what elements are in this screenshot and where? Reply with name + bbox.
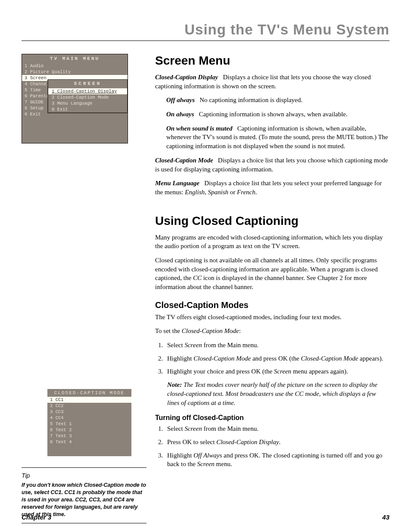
page-footer: Chapter 3 43: [22, 513, 389, 521]
para: Closed captioning is not available on al…: [155, 256, 389, 292]
tip-body: If you don't know which Closed-Caption m…: [22, 482, 146, 518]
cc-menu-item: 6 Text 2: [47, 427, 131, 433]
option-on-always: On always Captioning information is show…: [166, 110, 389, 119]
para: Closed-Caption Mode Displays a choice li…: [155, 156, 389, 174]
page-number: 43: [382, 513, 389, 521]
tv-submenu-title: SCREEN: [48, 80, 127, 88]
step: Select Screen from the Main menu.: [165, 424, 389, 433]
steps-turn-off-cc: Select Screen from the Main menu. Press …: [165, 424, 389, 469]
tv-menu-item: 1 Audio: [22, 63, 128, 69]
cc-menu-item: 5 Text 1: [47, 421, 131, 427]
tv-submenu-item: 3 Menu Language: [48, 100, 127, 106]
heading-screen-menu: Screen Menu: [155, 54, 389, 68]
cc-menu-item: 8 Text 4: [47, 439, 131, 445]
tv-submenu: SCREEN 1 Closed-Caption Display 2 Closed…: [48, 79, 128, 113]
tip-label: Tip: [22, 472, 146, 479]
tv-submenu-item: 2 Closed-Caption Mode: [48, 94, 127, 100]
step: Highlight Closed-Caption Mode and press …: [165, 354, 389, 363]
tv-submenu-item-selected: 1 Closed-Caption Display: [48, 88, 127, 94]
heading-turn-off-cc: Turning off Closed-Caption: [155, 414, 389, 422]
para: To set the Closed-Caption Mode:: [155, 327, 389, 336]
cc-menu-item: 3 CC3: [47, 409, 131, 415]
cc-menu-item-selected: 1 CC1: [47, 397, 131, 403]
para: Menu Language Displays a choice list tha…: [155, 179, 389, 196]
columns: TV MAIN MENU 1 Audio 2 Picture Quality 3…: [22, 54, 389, 523]
note: Note: The Text modes cover nearly half o…: [167, 380, 389, 407]
tv-submenu-item: 0 Exit: [48, 106, 127, 112]
page-header: Using the TV's Menu System: [22, 22, 389, 41]
para: The TV offers eight closed-captioned mod…: [155, 313, 389, 322]
heading-cc-modes: Closed-Caption Modes: [155, 300, 389, 310]
cc-menu-item: 4 CC4: [47, 415, 131, 421]
option-on-muted: On when sound is muted Captioning inform…: [166, 124, 389, 151]
main-content: Screen Menu Closed-Caption Display Displ…: [155, 54, 389, 523]
steps-set-cc-mode: Select Screen from the Main menu. Highli…: [165, 341, 389, 407]
para: Closed-Caption Display Displays a choice…: [155, 73, 389, 90]
option-off-always: Off always No captioning information is …: [166, 96, 389, 105]
heading-using-cc: Using Closed Captioning: [155, 214, 389, 228]
tv-main-menu-figure: TV MAIN MENU 1 Audio 2 Picture Quality 3…: [22, 54, 128, 143]
para: Many programs are encoded with closed-ca…: [155, 233, 389, 251]
cc-mode-menu-figure: CLOSED-CAPTION MODE 1 CC1 2 CC2 3 CC3 4 …: [47, 389, 131, 456]
cc-menu-item: 7 Text 3: [47, 433, 131, 439]
step: Highlight Off Always and press OK. The c…: [165, 451, 389, 469]
step: Highlight your choice and press OK (the …: [165, 367, 389, 407]
tv-menu-item: 2 Picture Quality: [22, 69, 128, 75]
cc-menu-title: CLOSED-CAPTION MODE: [47, 389, 131, 397]
chapter-label: Chapter 3: [22, 513, 51, 521]
step: Press OK to select Closed-Caption Displa…: [165, 438, 389, 447]
cc-menu-item: 2 CC2: [47, 403, 131, 409]
step: Select Screen from the Main menu.: [165, 341, 389, 350]
sidebar: TV MAIN MENU 1 Audio 2 Picture Quality 3…: [22, 54, 146, 523]
tv-menu-title: TV MAIN MENU: [22, 54, 128, 63]
